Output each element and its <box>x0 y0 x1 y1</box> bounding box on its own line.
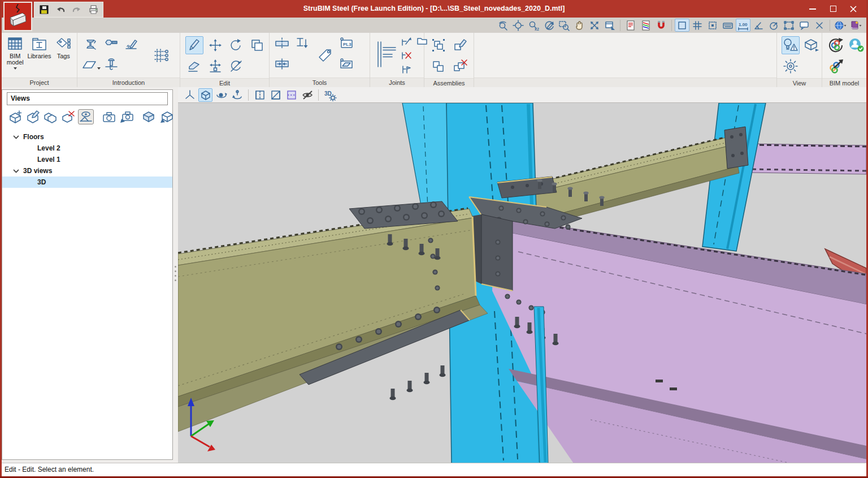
hide-elements-button[interactable] <box>300 88 314 102</box>
configuration-button[interactable] <box>812 19 827 32</box>
toolbar-separator <box>620 20 620 31</box>
user-account-button[interactable] <box>847 36 865 54</box>
zoom-extents-button[interactable] <box>511 19 526 32</box>
orbit-button[interactable] <box>587 19 602 32</box>
view-warnings-button[interactable] <box>782 36 800 54</box>
delete-assembly-button[interactable] <box>451 57 469 75</box>
views-panel-toolbar <box>2 105 172 127</box>
tags-button[interactable]: Tags <box>54 35 74 59</box>
rotate-axis-button[interactable] <box>227 57 245 75</box>
export-view-button[interactable] <box>142 109 157 124</box>
plate-label-button[interactable]: PL3 <box>337 35 355 53</box>
ortho-mode-toggle[interactable] <box>675 19 689 32</box>
tree-group-3d-views[interactable]: 3D views <box>2 165 172 176</box>
angle-button[interactable] <box>751 19 766 32</box>
profile-label-button[interactable] <box>337 55 355 73</box>
zoom-previous-button[interactable] <box>496 19 510 32</box>
copy-button[interactable] <box>248 36 266 54</box>
previous-view-button[interactable] <box>602 19 617 32</box>
import-view-button[interactable] <box>159 109 174 124</box>
duplicate-view-button[interactable] <box>43 109 58 124</box>
group-label-joints: Joints <box>370 77 424 87</box>
app-logo[interactable] <box>3 2 32 31</box>
section-y-button[interactable] <box>268 88 283 102</box>
divide-button[interactable] <box>273 35 291 53</box>
insert-plate-button[interactable] <box>80 56 102 74</box>
previous-view-icon <box>604 20 615 31</box>
view-preview-toggle[interactable] <box>78 109 94 124</box>
panel-splitter[interactable] <box>173 89 178 463</box>
title-bar[interactable]: StruBIM Steel (Free Launch Edition) - [D… <box>0 0 868 18</box>
undo-button[interactable] <box>54 3 67 16</box>
view-3d-button[interactable] <box>802 36 820 54</box>
arc-button[interactable] <box>766 19 781 32</box>
tree-item-level-2[interactable]: Level 2 <box>2 143 172 154</box>
minimize-button[interactable] <box>802 0 823 18</box>
tree-item-3d[interactable]: 3D <box>2 176 172 188</box>
save-button[interactable] <box>37 3 51 16</box>
delete-joint-button[interactable] <box>400 49 413 62</box>
camera-button[interactable] <box>102 109 116 124</box>
shorten-button[interactable] <box>273 55 291 73</box>
edit-assembly-button[interactable] <box>451 36 469 54</box>
tree-item-level-1[interactable]: Level 1 <box>2 154 172 165</box>
edit-view-button[interactable] <box>25 109 40 124</box>
chevron-down-icon[interactable] <box>13 169 21 173</box>
maximize-button[interactable] <box>823 0 843 18</box>
chevron-down-icon[interactable] <box>13 135 21 139</box>
section-z-button[interactable] <box>284 88 298 102</box>
zoom-scale-button[interactable]: x2 <box>526 19 541 32</box>
select-assembly-button[interactable] <box>429 36 448 54</box>
insert-profile-button[interactable] <box>82 36 100 54</box>
pan-button[interactable] <box>572 19 587 32</box>
tree-group-floors[interactable]: Floors <box>2 131 172 143</box>
insert-grid-button[interactable] <box>152 46 170 64</box>
tag-tool-button[interactable] <box>315 46 333 64</box>
3d-settings-button[interactable]: 3D <box>323 88 337 102</box>
export-dxf-dwg-button[interactable] <box>639 19 653 32</box>
object-snap-button[interactable] <box>654 19 669 32</box>
insert-bolt-button[interactable] <box>102 36 120 54</box>
libraries-button[interactable]: Libraries <box>28 35 51 59</box>
erase-button[interactable] <box>185 57 203 75</box>
snap-points-toggle[interactable] <box>705 19 720 32</box>
rotate-button[interactable] <box>227 36 245 54</box>
add-view-button[interactable] <box>8 109 23 124</box>
section-x-button[interactable] <box>253 88 267 102</box>
view-options-button[interactable] <box>782 57 800 75</box>
beam-end-plate[interactable] <box>724 127 748 169</box>
joint-button[interactable] <box>374 40 397 71</box>
import-dxf-dwg-button[interactable] <box>623 19 638 32</box>
edit-select-button[interactable] <box>185 36 203 54</box>
edit-joint-button[interactable] <box>400 36 413 48</box>
joint-flag-button[interactable] <box>400 63 413 75</box>
axes-toggle[interactable] <box>183 88 197 102</box>
move-node-button[interactable] <box>206 57 224 75</box>
beam-level-button[interactable] <box>293 35 311 53</box>
web-button[interactable] <box>833 19 848 32</box>
delete-view-button[interactable] <box>60 109 75 124</box>
print-button[interactable] <box>86 3 100 16</box>
copy-assembly-button[interactable] <box>429 57 448 75</box>
viewport[interactable] <box>178 102 866 463</box>
redo-button[interactable] <box>70 3 84 16</box>
export-bim-button[interactable] <box>827 57 845 75</box>
help-button[interactable] <box>848 19 863 32</box>
insert-weld-button[interactable] <box>123 36 141 54</box>
insert-anchor-button[interactable] <box>102 56 120 74</box>
keyboard-entry-button[interactable] <box>721 19 735 32</box>
bim-model-button[interactable]: BIM model <box>5 35 25 70</box>
orbit-view-button[interactable] <box>214 88 228 102</box>
update-bim-button[interactable] <box>827 36 845 54</box>
grid-toggle[interactable] <box>690 19 705 32</box>
camera-export-button[interactable] <box>119 109 134 124</box>
scale-display-toggle[interactable]: 1.00 <box>736 19 750 32</box>
close-button[interactable] <box>843 0 863 18</box>
turntable-button[interactable] <box>230 88 244 102</box>
move-button[interactable] <box>206 36 224 54</box>
zoom-window-button[interactable] <box>557 19 571 32</box>
solid-view-toggle[interactable] <box>198 88 212 102</box>
redraw-button[interactable] <box>541 19 556 32</box>
comments-button[interactable] <box>797 19 811 32</box>
selection-filter-button[interactable] <box>782 19 796 32</box>
